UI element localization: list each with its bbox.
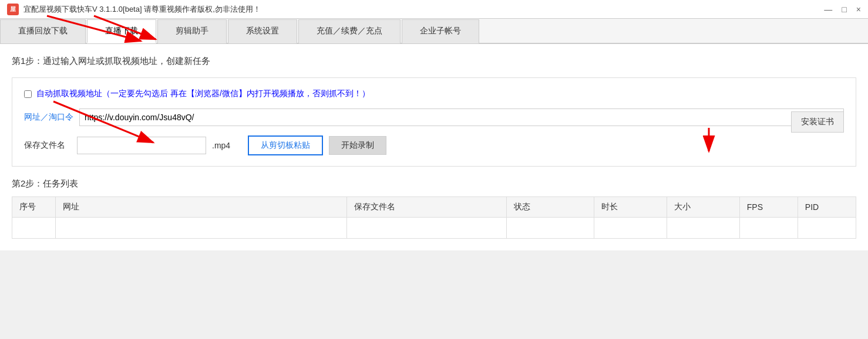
tab-live[interactable]: 直播下载	[87, 19, 156, 43]
table-header-row: 序号 网址 保存文件名 状态 时长 大小 FPS PID	[12, 197, 856, 218]
maximize-button[interactable]: □	[842, 5, 846, 14]
step1-section: 安装证书 自动抓取视频地址（一定要先勾选后 再在【浏览器/微信】内打开视频播放，…	[12, 77, 856, 167]
col-duration: 时长	[594, 197, 667, 218]
main-content: 直播回放下载 直播下载 剪辑助手 系统设置 充值／续费／充点 企业子帐号	[0, 19, 868, 250]
filename-input[interactable]	[77, 137, 206, 154]
col-size: 大小	[667, 197, 739, 218]
url-label: 网址／淘口令	[24, 112, 73, 123]
task-table: 序号 网址 保存文件名 状态 时长 大小 FPS PID	[12, 196, 856, 239]
col-url: 网址	[56, 197, 347, 218]
start-record-button[interactable]: 开始录制	[329, 136, 386, 155]
tabs-bar: 直播回放下载 直播下载 剪辑助手 系统设置 充值／续费／充点 企业子帐号	[0, 19, 868, 44]
step2-title: 第2步：任务列表	[12, 178, 856, 189]
paste-button[interactable]: 从剪切板粘贴	[248, 135, 323, 155]
tab-recharge[interactable]: 充值／续费／充点	[298, 19, 401, 43]
title-bar: 屋 宜配屋视频下载快车V 3.1.1.0[beta] 请尊重视频作者版权,勿非法…	[0, 0, 868, 19]
auto-capture-label: 自动抓取视频地址（一定要先勾选后 再在【浏览器/微信】内打开视频播放，否则抓不到…	[36, 89, 370, 99]
minimize-button[interactable]: —	[824, 5, 832, 14]
app-logo: 屋	[7, 4, 19, 15]
url-row: 网址／淘口令	[24, 109, 844, 126]
ext-label: .mp4	[212, 141, 230, 150]
col-fps: FPS	[739, 197, 798, 218]
title-bar-text: 宜配屋视频下载快车V 3.1.1.0[beta] 请尊重视频作者版权,勿非法使用…	[23, 4, 261, 15]
filename-row: 保存文件名 .mp4 从剪切板粘贴 开始录制	[24, 135, 844, 155]
col-filename: 保存文件名	[346, 197, 507, 218]
table-row	[12, 218, 856, 239]
filename-label: 保存文件名	[24, 140, 71, 151]
tab-enterprise[interactable]: 企业子帐号	[402, 19, 479, 43]
step1-title: 第1步：通过输入网址或抓取视频地址，创建新任务	[12, 56, 856, 67]
close-button[interactable]: ×	[856, 5, 861, 14]
auto-capture-checkbox[interactable]	[24, 90, 32, 98]
tab-replay[interactable]: 直播回放下载	[0, 19, 86, 43]
url-input[interactable]	[79, 109, 844, 126]
col-pid: PID	[798, 197, 856, 218]
col-status: 状态	[507, 197, 594, 218]
tab-settings[interactable]: 系统设置	[228, 19, 297, 43]
tab-edit[interactable]: 剪辑助手	[157, 19, 227, 43]
content-area: 第1步：通过输入网址或抓取视频地址，创建新任务 安装证书 自动抓取视频地址（一定…	[0, 44, 868, 250]
auto-capture-row: 自动抓取视频地址（一定要先勾选后 再在【浏览器/微信】内打开视频播放，否则抓不到…	[24, 89, 844, 99]
title-bar-controls: — □ ×	[824, 0, 861, 18]
col-index: 序号	[12, 197, 56, 218]
install-cert-button[interactable]: 安装证书	[791, 111, 844, 133]
